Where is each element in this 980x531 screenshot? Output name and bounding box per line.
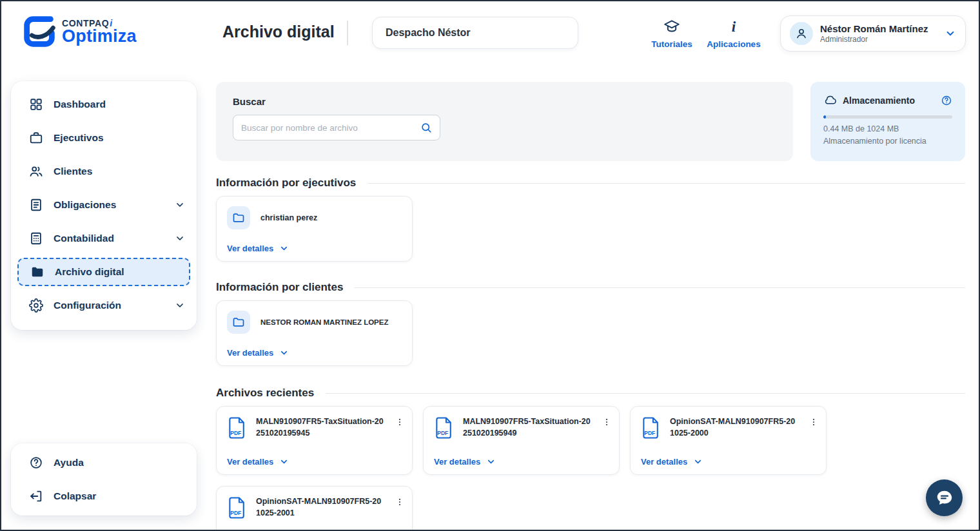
document-list-icon [29,198,43,212]
svg-text:PDF: PDF [437,430,448,436]
file-card: PDF MALN910907FR5-TaxSituation-202510201… [216,406,413,475]
sidebar-item-configuracion[interactable]: Configuración [11,289,197,322]
main-content: Buscar Almacenamiento [216,82,965,531]
section-title: Archivos recientes [216,387,314,400]
view-details-button[interactable]: Ver detalles [227,457,402,467]
pdf-file-icon: PDF [641,416,661,439]
storage-license-text: Almacenamiento por licencia [823,137,952,146]
search-title: Buscar [233,96,776,107]
pdf-file-icon: PDF [227,416,247,439]
view-details-button[interactable]: Ver detalles [227,244,402,253]
user-name: Néstor Román Martínez [820,23,928,35]
svg-text:PDF: PDF [230,510,241,516]
chevron-down-icon [486,457,496,467]
chevron-down-icon [175,233,185,244]
file-name: MALN910907FR5-TaxSituation-2025102019594… [256,416,385,439]
pdf-file-icon: PDF [227,496,247,519]
storage-usage-text: 0.44 MB de 1024 MB [823,124,952,133]
file-name: OpinionSAT-MALN910907FR5-201025-2001 [256,496,385,519]
storage-progress-bar [823,115,952,119]
executive-card: christian perez Ver detalles [216,196,413,262]
storage-card: Almacenamiento 0.44 MB de 1024 MB Almace… [810,82,965,161]
collapse-sidebar-button[interactable]: Colapsar [11,479,197,513]
page-title: Archivo digital [222,23,335,41]
file-name: OpinionSAT-MALN910907FR5-201025-2000 [670,416,799,439]
sidebar-footer: Ayuda Colapsar [11,443,197,516]
folder-icon [30,265,44,279]
graduation-cap-icon [663,18,680,35]
view-details-label: Ver detalles [641,457,687,467]
search-input[interactable] [241,123,420,133]
view-details-button[interactable]: Ver detalles [641,457,816,467]
section-clients-header: Información por clientes [216,281,965,294]
header-divider [347,21,348,45]
logo-text: CONTPAQi Optimiza [62,12,137,46]
chevron-down-icon [279,457,289,467]
section-executives-header: Información por ejecutivos [216,177,965,189]
calculator-icon [29,231,43,246]
file-card: PDF MALN910907FR5-TaxSituation-202510201… [423,406,620,475]
file-name: MALN910907FR5-TaxSituation-2025102019594… [463,416,592,439]
folder-badge-icon [227,206,250,229]
workspace-name: Despacho Néstor [386,27,471,39]
section-recent-files-header: Archivos recientes [216,387,965,400]
search-icon[interactable] [420,122,432,133]
sidebar: Dashboard Ejecutivos Clientes Obligacion… [11,81,197,330]
applications-button[interactable]: i Aplicaciones [703,18,765,49]
sidebar-item-dashboard[interactable]: Dashboard [11,88,197,121]
section-title: Información por ejecutivos [216,177,356,189]
help-button[interactable]: Ayuda [11,446,197,479]
folder-badge-icon [227,311,250,334]
more-options-button[interactable] [394,496,406,508]
svg-text:PDF: PDF [644,430,655,436]
executive-name: christian perez [260,213,317,222]
more-options-button[interactable] [808,416,819,429]
sidebar-item-clientes[interactable]: Clientes [11,155,197,188]
sidebar-item-label: Contabilidad [54,233,114,244]
sidebar-item-archivo-digital[interactable]: Archivo digital [17,258,190,286]
chevron-down-icon [175,200,185,210]
collapse-label: Colapsar [54,490,96,502]
search-panel: Buscar [216,82,793,161]
search-box [233,115,440,140]
sidebar-item-label: Configuración [54,300,121,311]
help-label: Ayuda [54,457,84,468]
view-details-button[interactable]: Ver detalles [227,348,402,358]
app-window: CONTPAQi Optimiza Archivo digital Despac… [0,0,980,531]
tutorials-button[interactable]: Tutoriales [641,18,703,49]
app-logo: CONTPAQi Optimiza [19,12,137,52]
file-card: PDF OpinionSAT-MALN910907FR5-201025-2001… [216,486,413,531]
sidebar-item-label: Archivo digital [55,266,124,278]
chevron-down-icon [945,28,956,39]
view-details-label: Ver detalles [227,244,273,253]
svg-text:PDF: PDF [230,430,241,436]
tutorials-label: Tutoriales [651,39,692,49]
view-details-label: Ver detalles [227,348,273,358]
collapse-exit-icon [29,489,43,503]
section-title: Información por clientes [216,281,343,294]
section-divider [368,183,965,184]
gear-icon [29,298,43,313]
help-circle-icon[interactable] [941,95,952,106]
sidebar-item-label: Clientes [54,166,92,177]
view-details-button[interactable]: Ver detalles [434,457,609,467]
cloud-icon [823,93,837,107]
users-icon [29,164,43,179]
chat-bubble-icon [935,488,954,508]
briefcase-icon [29,131,43,145]
workspace-selector[interactable]: Despacho Néstor [372,17,578,49]
sidebar-item-label: Ejecutivos [54,132,104,144]
chevron-down-icon [279,348,289,358]
more-options-button[interactable] [601,416,612,429]
help-circle-icon [29,456,43,470]
user-role: Administrador [820,35,928,44]
sidebar-item-contabilidad[interactable]: Contabilidad [11,222,197,255]
chevron-down-icon [175,300,185,311]
chevron-down-icon [279,244,289,253]
sidebar-item-ejecutivos[interactable]: Ejecutivos [11,121,197,155]
more-options-button[interactable] [394,416,406,429]
user-menu[interactable]: Néstor Román Martínez Administrador [780,15,966,52]
client-card: NESTOR ROMAN MARTINEZ LOPEZ Ver detalles [216,300,413,366]
sidebar-item-obligaciones[interactable]: Obligaciones [11,188,197,222]
chat-fab-button[interactable] [926,479,963,516]
